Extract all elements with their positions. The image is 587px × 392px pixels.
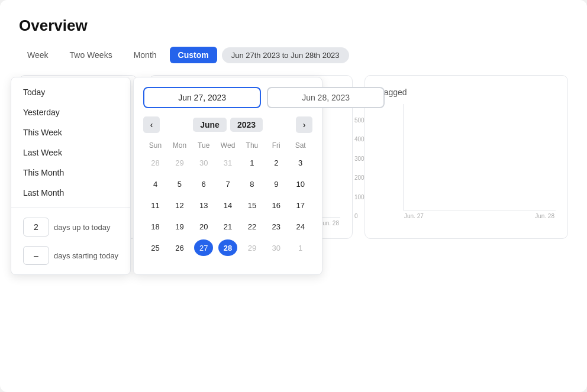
- option-this-month[interactable]: This Month: [11, 163, 130, 183]
- calendar-day[interactable]: 11: [143, 195, 167, 216]
- y-labels-2: 5004003002001000: [354, 104, 365, 219]
- cal-month[interactable]: June: [193, 118, 227, 132]
- calendar-day: 29: [240, 237, 265, 258]
- calendar-day[interactable]: 25: [143, 237, 167, 258]
- calendar-day: 1: [288, 237, 312, 258]
- calendar-day[interactable]: 6: [192, 173, 216, 195]
- calendar-day[interactable]: 14: [216, 195, 240, 216]
- calendar-day[interactable]: 18: [143, 216, 167, 237]
- start-date-input[interactable]: [143, 87, 261, 108]
- day-cell-12: 12: [170, 197, 189, 213]
- x-labels-2: Jun. 27 Jun. 28: [403, 213, 556, 219]
- calendar-grid: Sun Mon Tue Wed Thu Fri Sat 282930311234…: [143, 139, 312, 258]
- day-cell-7: 7: [218, 176, 237, 192]
- tab-month[interactable]: Month: [125, 47, 165, 63]
- day-cell-18: 18: [146, 218, 165, 235]
- calendar-day[interactable]: 8: [240, 173, 265, 195]
- calendar-week-0: 28293031123: [143, 152, 312, 173]
- page-title: Overview: [19, 17, 568, 35]
- day-cell-19: 19: [170, 218, 189, 235]
- next-month-button[interactable]: ›: [296, 116, 312, 133]
- end-date-input[interactable]: [267, 87, 385, 108]
- day-cell-21: 21: [218, 218, 237, 235]
- col-thu: Thu: [240, 139, 265, 152]
- chart-flagged: Flagged 5004003002001000 Jun. 27: [365, 75, 568, 239]
- calendar-day[interactable]: 10: [288, 173, 312, 195]
- calendar-day[interactable]: 17: [288, 195, 312, 216]
- calendar-day[interactable]: 20: [192, 216, 216, 237]
- col-fri: Fri: [264, 139, 288, 152]
- day-cell-14: 14: [218, 197, 237, 213]
- divider-1: [11, 208, 130, 208]
- calendar-day[interactable]: 7: [216, 173, 240, 195]
- calendar-day[interactable]: 26: [167, 237, 192, 258]
- days-starting-today-row: days starting today: [11, 241, 130, 270]
- calendar-day[interactable]: 4: [143, 173, 167, 195]
- day-cell-29: 29: [170, 154, 189, 171]
- day-cell-6: 6: [194, 176, 213, 192]
- calendar-day[interactable]: 2: [264, 152, 288, 173]
- day-cell-16: 16: [267, 197, 286, 213]
- day-cell-29: 29: [243, 239, 262, 256]
- day-cell-27: 27: [194, 239, 213, 256]
- chart2-wrapper: 5004003002001000 Jun. 27 Jun. 28: [377, 104, 556, 219]
- calendar-day[interactable]: 1: [240, 152, 265, 173]
- calendar-week-3: 18192021222324: [143, 216, 312, 237]
- calendar-day[interactable]: 12: [167, 195, 192, 216]
- col-wed: Wed: [216, 139, 240, 152]
- cal-month-year: June 2023: [193, 118, 263, 132]
- day-cell-1: 1: [291, 239, 310, 256]
- calendar-day[interactable]: 13: [192, 195, 216, 216]
- calendar-header-row: Sun Mon Tue Wed Thu Fri Sat: [143, 139, 312, 152]
- prev-month-button[interactable]: ‹: [143, 116, 160, 133]
- option-yesterday[interactable]: Yesterday: [11, 102, 130, 122]
- option-today[interactable]: Today: [11, 82, 130, 102]
- cal-year[interactable]: 2023: [230, 118, 263, 132]
- day-cell-22: 22: [243, 218, 262, 235]
- col-sat: Sat: [288, 139, 312, 152]
- cal-nav: ‹ June 2023 ›: [143, 116, 312, 133]
- calendar-day[interactable]: 15: [240, 195, 265, 216]
- calendar-day[interactable]: 21: [216, 216, 240, 237]
- day-cell-20: 20: [194, 218, 213, 235]
- days-starting-today-input[interactable]: [23, 246, 49, 265]
- calendar-day[interactable]: 27: [192, 237, 216, 258]
- calendar-day[interactable]: 3: [288, 152, 312, 173]
- calendar-day[interactable]: 24: [288, 216, 312, 237]
- tab-week[interactable]: Week: [19, 47, 57, 63]
- calendar-day[interactable]: 29: [167, 152, 192, 173]
- calendar-day[interactable]: 23: [264, 216, 288, 237]
- calendar-panel: ‹ June 2023 › Sun Mon Tue Wed Thu Fri: [133, 77, 322, 275]
- calendar-day[interactable]: 19: [167, 216, 192, 237]
- calendar-week-4: 2526272829301: [143, 237, 312, 258]
- date-inputs: [143, 87, 312, 108]
- day-cell-23: 23: [267, 218, 286, 235]
- tab-two-weeks[interactable]: Two Weeks: [62, 47, 121, 63]
- chart2-title: Flagged: [377, 88, 556, 97]
- tab-custom[interactable]: Custom: [170, 47, 217, 63]
- calendar-day[interactable]: 28: [216, 237, 240, 258]
- calendar-day[interactable]: 30: [192, 152, 216, 173]
- calendar-day: 30: [264, 237, 288, 258]
- days-up-to-today-input[interactable]: [23, 218, 49, 237]
- calendar-day[interactable]: 22: [240, 216, 265, 237]
- day-cell-30: 30: [267, 239, 286, 256]
- calendar-day[interactable]: 28: [143, 152, 167, 173]
- calendar-day[interactable]: 9: [264, 173, 288, 195]
- col-tue: Tue: [192, 139, 216, 152]
- calendar-day[interactable]: 16: [264, 195, 288, 216]
- option-last-month[interactable]: Last Month: [11, 183, 130, 203]
- day-cell-2: 2: [267, 154, 286, 171]
- day-cell-5: 5: [170, 176, 189, 192]
- day-cell-28: 28: [146, 154, 165, 171]
- day-cell-1: 1: [243, 154, 262, 171]
- day-cell-17: 17: [291, 197, 310, 213]
- option-this-week[interactable]: This Week: [11, 122, 130, 142]
- calendar-day[interactable]: 31: [216, 152, 240, 173]
- quick-select-panel: Today Yesterday This Week Last Week This…: [11, 77, 131, 275]
- app-window: Overview Week Two Weeks Month Custom Jun…: [0, 0, 587, 392]
- calendar-day[interactable]: 5: [167, 173, 192, 195]
- date-range-button[interactable]: Jun 27th 2023 to Jun 28th 2023: [222, 47, 349, 63]
- day-cell-4: 4: [146, 176, 165, 192]
- option-last-week[interactable]: Last Week: [11, 142, 130, 163]
